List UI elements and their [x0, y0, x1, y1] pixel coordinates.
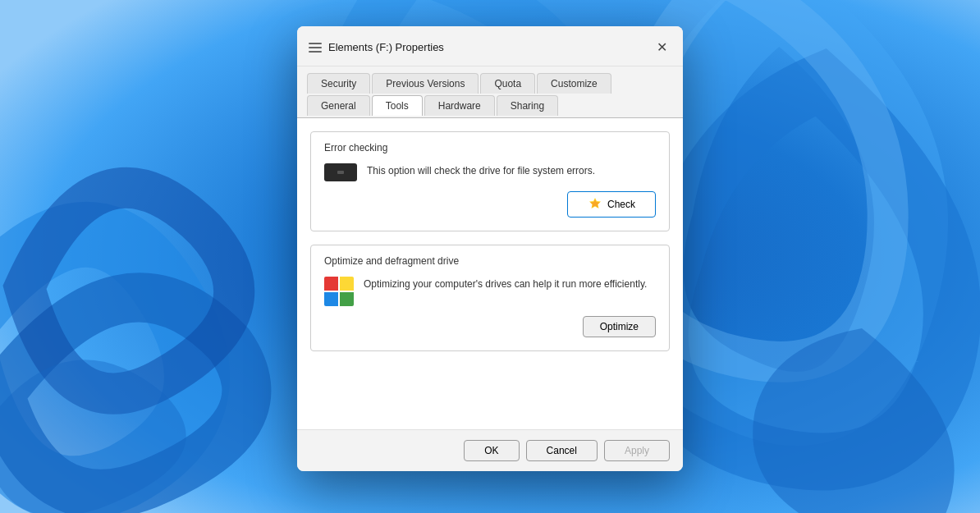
- check-icon: [588, 197, 602, 212]
- window-icon: [309, 43, 322, 53]
- defrag-icon-green: [340, 292, 354, 306]
- tab-previous-versions[interactable]: Previous Versions: [372, 73, 479, 94]
- tab-sharing[interactable]: Sharing: [497, 95, 558, 116]
- tab-quota[interactable]: Quota: [480, 73, 535, 94]
- drive-icon: [324, 163, 357, 181]
- window-title: Elements (F:) Properties: [328, 41, 650, 53]
- title-bar: Elements (F:) Properties ✕: [297, 26, 683, 66]
- error-checking-btn-row: Check: [324, 191, 656, 218]
- tab-content: Error checking This option will check th…: [297, 117, 683, 429]
- error-checking-title: Error checking: [324, 142, 656, 153]
- tab-tools[interactable]: Tools: [372, 95, 423, 116]
- optimize-section: Optimize and defragment drive Optimizing…: [310, 245, 670, 351]
- properties-dialog: Elements (F:) Properties ✕ Security Prev…: [297, 26, 683, 471]
- ok-button[interactable]: OK: [464, 440, 519, 461]
- optimize-btn-row: Optimize: [324, 316, 656, 337]
- close-button[interactable]: ✕: [650, 36, 673, 59]
- cancel-button[interactable]: Cancel: [526, 440, 598, 461]
- error-checking-body: This option will check the drive for fil…: [324, 163, 656, 181]
- check-button[interactable]: Check: [567, 191, 656, 218]
- defrag-icon-red: [324, 277, 338, 291]
- tabs-row-2: General Tools Hardware Sharing: [307, 95, 673, 116]
- dialog-footer: OK Cancel Apply: [297, 429, 683, 471]
- optimize-button[interactable]: Optimize: [583, 316, 656, 337]
- error-checking-description: This option will check the drive for fil…: [367, 163, 656, 178]
- tab-customize[interactable]: Customize: [537, 73, 611, 94]
- optimize-description: Optimizing your computer's drives can he…: [364, 277, 656, 291]
- tab-hardware[interactable]: Hardware: [424, 95, 495, 116]
- tabs-row-1: Security Previous Versions Quota Customi…: [307, 73, 673, 94]
- optimize-title: Optimize and defragment drive: [324, 255, 656, 267]
- optimize-button-label: Optimize: [600, 321, 639, 332]
- tab-security[interactable]: Security: [307, 73, 370, 94]
- tabs-area: Security Previous Versions Quota Customi…: [297, 66, 683, 117]
- tab-general[interactable]: General: [307, 95, 370, 116]
- error-checking-section: Error checking This option will check th…: [310, 131, 670, 231]
- check-button-label: Check: [607, 199, 635, 210]
- defrag-icon-yellow: [340, 277, 354, 291]
- apply-button[interactable]: Apply: [604, 440, 670, 461]
- dialog-overlay: Elements (F:) Properties ✕ Security Prev…: [0, 0, 980, 513]
- defrag-icon-blue: [324, 292, 338, 306]
- defrag-icon: [324, 277, 354, 306]
- optimize-body: Optimizing your computer's drives can he…: [324, 277, 656, 306]
